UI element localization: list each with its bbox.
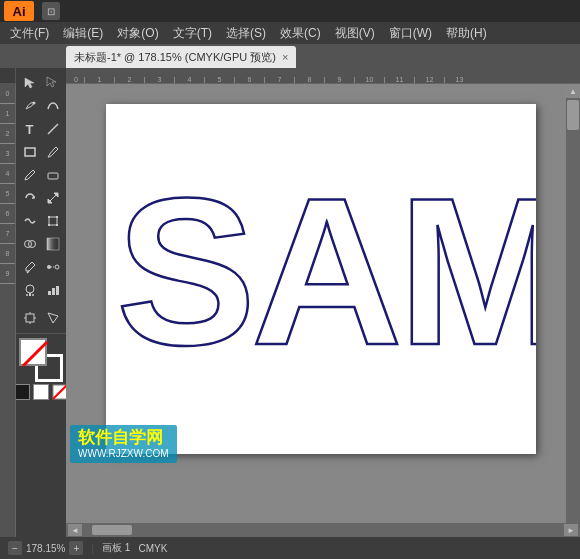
sam-text-svg: SAM <box>106 104 536 454</box>
graph-tool[interactable] <box>42 279 64 301</box>
watermark-line2: WWW.RJZXW.COM <box>78 448 169 460</box>
warp-tool[interactable] <box>19 210 41 232</box>
scroll-up-button[interactable]: ▲ <box>566 84 580 98</box>
scroll-right-button[interactable]: ► <box>564 524 578 536</box>
horizontal-scrollbar[interactable]: ◄ ► <box>66 523 580 537</box>
shape-builder-tool[interactable] <box>19 233 41 255</box>
direct-selection-tool[interactable] <box>42 72 64 94</box>
canvas-wrapper: 0 1 2 3 4 5 6 7 8 9 10 11 12 13 SAM <box>66 68 580 537</box>
blend-tool[interactable] <box>42 256 64 278</box>
black-swatch[interactable] <box>16 384 30 400</box>
svg-point-17 <box>26 285 34 293</box>
menu-help[interactable]: 帮助(H) <box>440 23 493 44</box>
document-tab[interactable]: 未标题-1* @ 178.15% (CMYK/GPU 预览) × <box>66 46 296 68</box>
none-indicator <box>21 340 49 368</box>
document-canvas: SAM <box>106 104 536 454</box>
menu-type[interactable]: 文字(T) <box>167 23 218 44</box>
zoom-controls[interactable]: − 178.15% + <box>8 541 83 555</box>
sam-text: SAM <box>116 154 536 389</box>
menu-view[interactable]: 视图(V) <box>329 23 381 44</box>
paintbrush-tool[interactable] <box>42 141 64 163</box>
svg-point-0 <box>32 102 35 105</box>
window-icon: ⊡ <box>42 2 60 20</box>
menu-edit[interactable]: 编辑(E) <box>57 23 109 44</box>
ai-logo: Ai <box>4 1 34 21</box>
left-ruler: 0 1 2 3 4 5 6 7 8 9 <box>0 84 16 537</box>
svg-rect-3 <box>48 173 58 179</box>
content-area: 0 1 2 3 4 5 6 7 8 9 <box>0 68 580 537</box>
artboard-info: 画板 1 <box>102 541 130 555</box>
fill-color-box[interactable] <box>19 338 47 366</box>
type-tool[interactable]: T <box>19 118 41 140</box>
svg-line-1 <box>48 124 58 134</box>
watermark-line1: 软件自学网 <box>78 428 169 448</box>
tab-label: 未标题-1* @ 178.15% (CMYK/GPU 预览) <box>74 50 276 65</box>
free-transform-tool[interactable] <box>42 210 64 232</box>
vertical-scrollbar[interactable]: ▲ <box>566 84 580 523</box>
svg-point-14 <box>47 265 51 269</box>
eyedropper-tool[interactable] <box>19 256 41 278</box>
pencil-tool[interactable] <box>19 164 41 186</box>
svg-rect-22 <box>52 288 55 295</box>
menu-select[interactable]: 选择(S) <box>220 23 272 44</box>
svg-line-4 <box>49 194 57 202</box>
svg-rect-23 <box>56 286 59 295</box>
svg-rect-2 <box>25 148 35 156</box>
svg-rect-24 <box>26 314 34 322</box>
tab-close-button[interactable]: × <box>282 51 288 63</box>
zoom-out-button[interactable]: − <box>8 541 22 555</box>
selection-tool[interactable] <box>19 72 41 94</box>
gradient-tool[interactable] <box>42 233 64 255</box>
rotate-tool[interactable] <box>19 187 41 209</box>
svg-rect-7 <box>56 216 58 218</box>
white-swatch[interactable] <box>33 384 49 400</box>
svg-rect-6 <box>48 216 50 218</box>
svg-rect-12 <box>47 238 59 250</box>
status-divider: | <box>91 543 94 554</box>
title-bar-icons: ⊡ <box>42 2 60 20</box>
svg-line-29 <box>23 342 47 366</box>
svg-rect-8 <box>48 224 50 226</box>
scale-tool[interactable] <box>42 187 64 209</box>
artboard-tool[interactable] <box>19 307 41 329</box>
svg-rect-5 <box>49 217 57 225</box>
eraser-tool[interactable] <box>42 164 64 186</box>
none-swatch[interactable] <box>52 384 66 400</box>
watermark: 软件自学网 WWW.RJZXW.COM <box>70 425 177 463</box>
menu-bar: 文件(F) 编辑(E) 对象(O) 文字(T) 选择(S) 效果(C) 视图(V… <box>0 22 580 44</box>
symbol-sprayer-tool[interactable] <box>19 279 41 301</box>
zoom-level: 178.15% <box>26 543 65 554</box>
menu-object[interactable]: 对象(O) <box>111 23 164 44</box>
pen-tool[interactable] <box>19 95 41 117</box>
menu-window[interactable]: 窗口(W) <box>383 23 438 44</box>
canvas-scroll-area[interactable]: SAM 软件自学网 WWW.RJZXW.COM ▲ <box>66 84 580 523</box>
color-mode: CMYK <box>138 543 167 554</box>
zoom-in-button[interactable]: + <box>69 541 83 555</box>
scroll-thumb[interactable] <box>567 100 579 130</box>
curvature-tool[interactable] <box>42 95 64 117</box>
scroll-handle[interactable] <box>92 525 132 535</box>
svg-rect-21 <box>48 291 51 295</box>
toolbar: T <box>16 68 66 402</box>
svg-point-19 <box>26 294 28 296</box>
scroll-track[interactable] <box>82 525 564 535</box>
ruler-corner <box>0 68 16 84</box>
menu-file[interactable]: 文件(F) <box>4 23 55 44</box>
title-bar: Ai ⊡ <box>0 0 580 22</box>
scroll-left-button[interactable]: ◄ <box>68 524 82 536</box>
svg-point-20 <box>32 294 34 296</box>
menu-effect[interactable]: 效果(C) <box>274 23 327 44</box>
rectangle-tool[interactable] <box>19 141 41 163</box>
svg-point-15 <box>55 265 59 269</box>
status-bar: − 178.15% + | 画板 1 CMYK <box>0 537 580 559</box>
left-panel: 0 1 2 3 4 5 6 7 8 9 <box>0 68 66 537</box>
line-tool[interactable] <box>42 118 64 140</box>
svg-rect-9 <box>56 224 58 226</box>
top-ruler: 0 1 2 3 4 5 6 7 8 9 10 11 12 13 <box>66 68 580 84</box>
slice-tool[interactable] <box>42 307 64 329</box>
tab-bar: 未标题-1* @ 178.15% (CMYK/GPU 预览) × <box>0 44 580 68</box>
